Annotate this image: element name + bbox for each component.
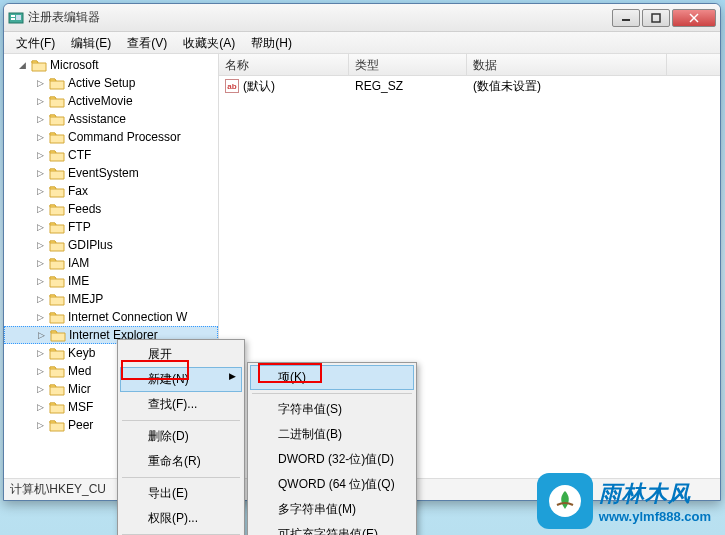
expand-icon[interactable]: ▷ (34, 275, 46, 287)
tree-label: Internet Connection W (68, 310, 187, 324)
tree-label: IAM (68, 256, 89, 270)
tree-node-item[interactable]: ▷Command Processor (4, 128, 218, 146)
tree-node-item[interactable]: ▷IME (4, 272, 218, 290)
tree-label: Microsoft (50, 58, 99, 72)
tree-node-item[interactable]: ▷IMEJP (4, 290, 218, 308)
ctx-export[interactable]: 导出(E) (120, 481, 242, 506)
value-name: (默认) (243, 78, 275, 95)
ctx-permissions[interactable]: 权限(P)... (120, 506, 242, 531)
expand-icon[interactable]: ▷ (34, 113, 46, 125)
ctx-rename[interactable]: 重命名(R) (120, 449, 242, 474)
folder-icon (49, 418, 65, 432)
expand-icon[interactable]: ▷ (34, 347, 46, 359)
tree-label: Med (68, 364, 91, 378)
tree-label: Assistance (68, 112, 126, 126)
ctx-new-expand[interactable]: 可扩充字符串值(E) (250, 522, 414, 535)
expand-icon[interactable]: ▷ (34, 401, 46, 413)
expand-icon[interactable]: ▷ (34, 131, 46, 143)
app-icon (8, 10, 24, 26)
tree-label: GDIPlus (68, 238, 113, 252)
expand-icon[interactable]: ▷ (34, 311, 46, 323)
folder-icon (49, 310, 65, 324)
close-button[interactable] (672, 9, 716, 27)
expand-icon[interactable]: ▷ (34, 221, 46, 233)
folder-icon (49, 274, 65, 288)
ctx-new-qword[interactable]: QWORD (64 位)值(Q) (250, 472, 414, 497)
folder-icon (49, 94, 65, 108)
minimize-button[interactable] (612, 9, 640, 27)
ctx-new[interactable]: 新建(N) (120, 367, 242, 392)
folder-icon (49, 346, 65, 360)
expand-icon[interactable]: ▷ (34, 419, 46, 431)
ctx-separator (122, 420, 240, 421)
expand-icon[interactable]: ▷ (34, 185, 46, 197)
ctx-new-string[interactable]: 字符串值(S) (250, 397, 414, 422)
tree-node-item[interactable]: ▷Assistance (4, 110, 218, 128)
expand-icon[interactable]: ▷ (34, 167, 46, 179)
tree-node-item[interactable]: ▷Feeds (4, 200, 218, 218)
watermark-name: 雨林木风 (599, 479, 711, 509)
ctx-new-multi[interactable]: 多字符串值(M) (250, 497, 414, 522)
folder-icon (49, 166, 65, 180)
menu-edit[interactable]: 编辑(E) (63, 32, 119, 53)
window-title: 注册表编辑器 (28, 9, 612, 26)
menu-favorites[interactable]: 收藏夹(A) (175, 32, 243, 53)
col-data[interactable]: 数据 (467, 54, 667, 75)
expand-icon[interactable]: ▷ (34, 293, 46, 305)
cell-data: (数值未设置) (467, 78, 667, 95)
menu-view[interactable]: 查看(V) (119, 32, 175, 53)
tree-node-item[interactable]: ▷CTF (4, 146, 218, 164)
folder-icon (50, 328, 66, 342)
string-value-icon: ab (225, 79, 239, 93)
expand-icon[interactable]: ▷ (34, 149, 46, 161)
tree-label: MSF (68, 400, 93, 414)
menu-file[interactable]: 文件(F) (8, 32, 63, 53)
ctx-new-key[interactable]: 项(K) (250, 365, 414, 390)
expand-icon[interactable]: ▷ (34, 365, 46, 377)
tree-label: Keyb (68, 346, 95, 360)
expand-icon[interactable]: ▷ (34, 95, 46, 107)
collapse-icon[interactable]: ◢ (16, 59, 28, 71)
col-type[interactable]: 类型 (349, 54, 467, 75)
folder-icon (49, 400, 65, 414)
tree-label: Command Processor (68, 130, 181, 144)
tree-node-item[interactable]: ▷IAM (4, 254, 218, 272)
tree-label: Active Setup (68, 76, 135, 90)
tree-node-item[interactable]: ▷ActiveMovie (4, 92, 218, 110)
tree-label: Feeds (68, 202, 101, 216)
watermark: 雨林木风 www.ylmf888.com (537, 473, 711, 529)
tree-node-item[interactable]: ▷FTP (4, 218, 218, 236)
expand-icon[interactable]: ▷ (34, 239, 46, 251)
context-menu-node: 展开 新建(N) 查找(F)... 删除(D) 重命名(R) 导出(E) 权限(… (117, 339, 245, 535)
context-menu-new: 项(K) 字符串值(S) 二进制值(B) DWORD (32-位)值(D) QW… (247, 362, 417, 535)
ctx-new-binary[interactable]: 二进制值(B) (250, 422, 414, 447)
tree-node-item[interactable]: ▷Internet Connection W (4, 308, 218, 326)
ctx-delete[interactable]: 删除(D) (120, 424, 242, 449)
col-name[interactable]: 名称 (219, 54, 349, 75)
folder-icon (49, 202, 65, 216)
ctx-expand[interactable]: 展开 (120, 342, 242, 367)
tree-node-item[interactable]: ▷GDIPlus (4, 236, 218, 254)
folder-icon (49, 220, 65, 234)
tree-node-root[interactable]: ◢ Microsoft (4, 56, 218, 74)
ctx-find[interactable]: 查找(F)... (120, 392, 242, 417)
ctx-new-dword[interactable]: DWORD (32-位)值(D) (250, 447, 414, 472)
menu-help[interactable]: 帮助(H) (243, 32, 300, 53)
tree-node-item[interactable]: ▷EventSystem (4, 164, 218, 182)
expand-icon[interactable]: ▷ (34, 203, 46, 215)
expand-icon[interactable]: ▷ (35, 329, 47, 341)
tree-label: Fax (68, 184, 88, 198)
tree-node-item[interactable]: ▷Fax (4, 182, 218, 200)
window-controls (612, 9, 716, 27)
folder-icon (49, 382, 65, 396)
expand-icon[interactable]: ▷ (34, 77, 46, 89)
cell-name: ab (默认) (219, 78, 349, 95)
ctx-separator (252, 393, 412, 394)
expand-icon[interactable]: ▷ (34, 257, 46, 269)
expand-icon[interactable]: ▷ (34, 383, 46, 395)
maximize-button[interactable] (642, 9, 670, 27)
titlebar[interactable]: 注册表编辑器 (4, 4, 720, 32)
tree-node-item[interactable]: ▷Active Setup (4, 74, 218, 92)
list-header: 名称 类型 数据 (219, 54, 720, 76)
list-row[interactable]: ab (默认) REG_SZ (数值未设置) (219, 76, 720, 96)
